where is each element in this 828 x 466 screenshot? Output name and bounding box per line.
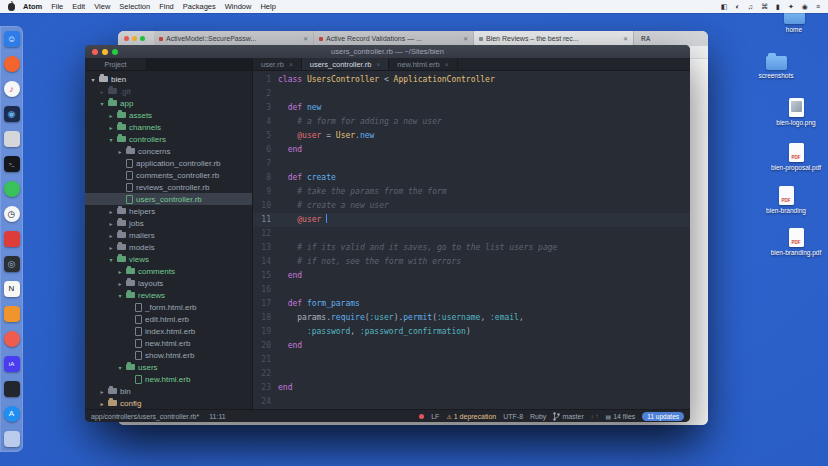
line-ending-indicator[interactable]: LF — [431, 413, 439, 420]
menu-packages[interactable]: Packages — [183, 2, 216, 11]
tree-item-app[interactable]: ▾app — [85, 97, 252, 109]
tree-item-helpers[interactable]: ▸helpers — [85, 205, 252, 217]
dock-icon-flame-app[interactable] — [4, 331, 20, 347]
color-temp-icon[interactable]: ◐ — [736, 3, 740, 10]
project-panel-tab[interactable]: Project — [85, 58, 147, 70]
atom-traffic-lights[interactable] — [85, 49, 118, 55]
updates-badge[interactable]: 11 updates — [642, 412, 684, 421]
dock-icon-trash[interactable] — [4, 431, 20, 447]
tree-item-mailers[interactable]: ▸mailers — [85, 229, 252, 241]
dock-icon-mail[interactable]: ◉ — [4, 106, 20, 122]
volume-icon[interactable]: ♫ — [748, 3, 753, 10]
dock-icon-terminal[interactable]: >_ — [4, 156, 20, 172]
browser-tab-3[interactable]: Bien Reviews – the best rec...✕ — [474, 31, 634, 46]
close-tab-icon[interactable]: ✕ — [463, 35, 468, 42]
menu-atom[interactable]: Atom — [23, 2, 42, 11]
code-line-20[interactable]: 20 end — [253, 339, 690, 353]
desktop-icon-home[interactable]: home — [766, 10, 822, 34]
git-branch[interactable]: master — [553, 412, 583, 421]
code-line-21[interactable]: 21 — [253, 353, 690, 367]
dock-icon-notion[interactable]: N — [4, 281, 20, 297]
code-line-14[interactable]: 14 # if not, see the form with errors — [253, 255, 690, 269]
code-line-2[interactable]: 2 — [253, 87, 690, 101]
apple-menu-icon[interactable] — [8, 3, 15, 11]
tree-item-users[interactable]: ▾users — [85, 361, 252, 373]
editor-tab-users-controller-rb[interactable]: users_controller.rb× — [302, 58, 390, 70]
code-editor[interactable]: 1class UsersController < ApplicationCont… — [253, 71, 690, 409]
dock-icon-app-store[interactable]: A — [4, 406, 20, 422]
desktop-icon-bien-branding[interactable]: bien-branding — [758, 186, 814, 215]
editor-tab-user-rb[interactable]: user.rb× — [253, 58, 302, 70]
notification-center-icon[interactable]: ≡ — [816, 3, 820, 10]
close-tab-icon[interactable]: × — [445, 61, 449, 68]
code-line-17[interactable]: 17 def form_params — [253, 297, 690, 311]
editor-tab-new-html-erb[interactable]: new.html.erb× — [389, 58, 457, 70]
tree-item-edit-html-erb[interactable]: edit.html.erb — [85, 313, 252, 325]
code-line-5[interactable]: 5 @user = User.new — [253, 129, 690, 143]
dock-icon-clock-app[interactable]: ◷ — [4, 206, 20, 222]
git-sync-icon[interactable]: ↓ ↑ — [591, 413, 599, 419]
menu-selection[interactable]: Selection — [119, 2, 150, 11]
code-line-1[interactable]: 1class UsersController < ApplicationCont… — [253, 73, 690, 87]
dock-icon-red-app[interactable] — [4, 231, 20, 247]
tree-item-concerns[interactable]: ▸concerns — [85, 145, 252, 157]
close-tab-icon[interactable]: ✕ — [623, 35, 628, 42]
dock-icon-firefox[interactable] — [4, 56, 20, 72]
code-line-23[interactable]: 23end — [253, 381, 690, 395]
code-line-13[interactable]: 13 # if its valid and it saves, go to th… — [253, 241, 690, 255]
atom-titlebar[interactable]: users_controller.rb — ~/Sites/bien — [85, 45, 690, 58]
tree-item-bin[interactable]: ▸bin — [85, 385, 252, 397]
close-tab-icon[interactable]: × — [289, 61, 293, 68]
menu-help[interactable]: Help — [260, 2, 275, 11]
browser-traffic-lights[interactable] — [124, 36, 145, 41]
close-tab-icon[interactable]: ✕ — [303, 35, 308, 42]
tree-item-new-html-erb[interactable]: new.html.erb — [85, 337, 252, 349]
tree-item-config[interactable]: ▸config — [85, 397, 252, 409]
code-line-9[interactable]: 9 # take the params from the form — [253, 185, 690, 199]
browser-profile-badge[interactable]: RA — [641, 35, 650, 42]
desktop-icon-bien-proposal-pdf[interactable]: bien-proposal.pdf — [768, 143, 824, 172]
dock-icon-system-preferences[interactable] — [4, 131, 20, 147]
display-mirroring-icon[interactable]: ◧ — [721, 3, 728, 10]
code-line-15[interactable]: 15 end — [253, 269, 690, 283]
close-window-icon[interactable] — [124, 36, 129, 41]
code-line-7[interactable]: 7 — [253, 157, 690, 171]
code-line-19[interactable]: 19 :password, :password_confirmation) — [253, 325, 690, 339]
tree-item-comments-controller-rb[interactable]: comments_controller.rb — [85, 169, 252, 181]
grammar-indicator[interactable]: Ruby — [530, 413, 546, 420]
dock-icon-things[interactable] — [4, 181, 20, 197]
encoding-indicator[interactable]: UTF-8 — [503, 413, 523, 420]
code-line-6[interactable]: 6 end — [253, 143, 690, 157]
code-line-11[interactable]: 11 @user — [253, 213, 690, 227]
tree-item-models[interactable]: ▸models — [85, 241, 252, 253]
wifi-icon[interactable]: ✦ — [788, 3, 794, 10]
close-tab-icon[interactable]: × — [376, 61, 380, 68]
browser-tab-2[interactable]: Active Record Validations — ...✕ — [314, 31, 474, 46]
minimize-window-icon[interactable] — [102, 49, 108, 55]
tree-item-controllers[interactable]: ▾controllers — [85, 133, 252, 145]
desktop-icon-bien-branding-pdf[interactable]: bien-branding.pdf — [768, 228, 824, 257]
dock-icon-photo-booth[interactable]: ◎ — [4, 256, 20, 272]
tree-item-form-html-erb[interactable]: _form.html.erb — [85, 301, 252, 313]
spotlight-icon[interactable]: ◉ — [802, 3, 808, 10]
tree-item-index-html-erb[interactable]: index.html.erb — [85, 325, 252, 337]
deprecation-warning[interactable]: ⚠1 deprecation — [446, 413, 496, 420]
tree-item-bien[interactable]: ▾bien — [85, 73, 252, 85]
code-line-16[interactable]: 16 — [253, 283, 690, 297]
minimize-window-icon[interactable] — [132, 36, 137, 41]
code-line-18[interactable]: 18 params.require(:user).permit(:usernam… — [253, 311, 690, 325]
code-line-8[interactable]: 8 def create — [253, 171, 690, 185]
menu-find[interactable]: Find — [159, 2, 174, 11]
tree-item-users-controller-rb[interactable]: users_controller.rb — [85, 193, 252, 205]
tree-item-application-controller-rb[interactable]: application_controller.rb — [85, 157, 252, 169]
tree-item-channels[interactable]: ▸channels — [85, 121, 252, 133]
tree-item-reviews[interactable]: ▾reviews — [85, 289, 252, 301]
desktop-icon-screenshots[interactable]: screenshots — [748, 56, 804, 80]
zoom-window-icon[interactable] — [112, 49, 118, 55]
tree-item-layouts[interactable]: ▸layouts — [85, 277, 252, 289]
tree-item-git[interactable]: ▸.git — [85, 85, 252, 97]
files-count[interactable]: ▤14 files — [605, 413, 635, 420]
tree-item-show-html-erb[interactable]: show.html.erb — [85, 349, 252, 361]
tree-item-views[interactable]: ▾views — [85, 253, 252, 265]
tree-item-reviews-controller-rb[interactable]: reviews_controller.rb — [85, 181, 252, 193]
